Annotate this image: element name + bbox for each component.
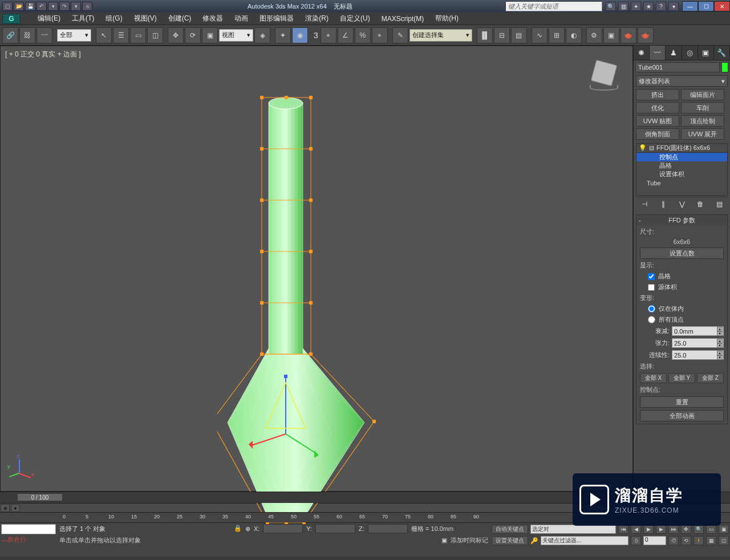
stack-remove-icon[interactable]: 🗑 (695, 200, 705, 209)
stack-pin-icon[interactable]: ⊣ (639, 200, 650, 209)
spinner-tension[interactable]: 25.0▲▼ (672, 338, 724, 348)
menu-grapheditors[interactable]: 图形编辑器 (254, 13, 299, 25)
trackbar-menu-icon[interactable]: ▾ (11, 504, 20, 512)
menu-edit[interactable]: 编辑(E) (32, 13, 66, 25)
auto-key-button[interactable]: 自动关键点 (492, 525, 528, 534)
mod-btn-lathe[interactable]: 车削 (681, 102, 724, 113)
tab-utilities-icon[interactable]: 🔧 (714, 46, 730, 60)
mod-btn-uvwunwrap[interactable]: UVW 展开 (681, 128, 724, 140)
snap-spinner-icon[interactable]: ⌖ (372, 27, 388, 43)
snap-toggle-icon[interactable]: ⌖ (321, 27, 336, 43)
stack-base-tube[interactable]: Tube (636, 178, 727, 187)
coord-z-field[interactable] (368, 524, 408, 533)
nav-pan-icon[interactable]: ✥ (681, 525, 691, 534)
tool-manipulate-icon[interactable]: ✦ (275, 27, 291, 43)
tool-keymode-icon[interactable]: ◉ (292, 27, 308, 43)
check-source-volume[interactable]: 源体积 (640, 283, 724, 291)
tool-render-frame-icon[interactable]: ▣ (603, 27, 619, 43)
modifier-list-combo[interactable]: 修改器列表▾ (636, 75, 728, 87)
reset-button[interactable]: 重置 (640, 396, 724, 408)
nav-region-icon[interactable]: ◫ (719, 536, 729, 545)
infocenter-subscription-icon[interactable]: ▥ (618, 2, 628, 11)
tool-bind-icon[interactable]: 〰 (36, 27, 52, 43)
spinner-continuity[interactable]: 25.0▲▼ (672, 350, 724, 360)
set-key-button[interactable]: 设置关键点 (492, 536, 528, 545)
menu-group[interactable]: 组(G) (100, 13, 128, 25)
selected-obj-combo[interactable]: 选定对 (530, 525, 616, 534)
named-selection-combo[interactable]: 创建选择集▾ (409, 29, 472, 42)
play-icon[interactable]: ▶ (643, 525, 654, 534)
tool-render-setup-icon[interactable]: ⚙ (586, 27, 602, 43)
viewport[interactable]: [ + 0 正交 0 真实 + 边面 ] z x y (0, 46, 633, 492)
current-frame-field[interactable]: 0 (643, 536, 666, 545)
tool-pivot-icon[interactable]: ◈ (254, 27, 270, 43)
qa-open-icon[interactable]: 📂 (14, 2, 24, 11)
mod-btn-vertexpaint[interactable]: 顶点绘制 (681, 115, 724, 127)
tool-schematic-icon[interactable]: ⊞ (549, 27, 565, 43)
select-all-x-button[interactable]: 全部 X (640, 373, 667, 383)
stack-unique-icon[interactable]: ⋁ (677, 200, 687, 209)
tool-mirror-icon[interactable]: ▐▌ (477, 27, 493, 43)
check-lattice[interactable]: 晶格 (640, 272, 724, 281)
tool-select-name-icon[interactable]: ☰ (113, 27, 129, 43)
tool-unlink-icon[interactable]: ⛓ (19, 27, 35, 43)
tool-rotate-icon[interactable]: ⟳ (185, 27, 201, 43)
tool-scale-icon[interactable]: ▣ (202, 27, 218, 43)
qa-undo-icon[interactable]: ↶ (36, 2, 47, 11)
tab-hierarchy-icon[interactable]: ♟ (666, 46, 682, 60)
tool-select-icon[interactable]: ↖ (96, 27, 112, 43)
close-button[interactable]: ✕ (714, 1, 730, 11)
qa-new-icon[interactable]: ▢ (2, 2, 13, 11)
mod-btn-extrude[interactable]: 挤出 (636, 89, 679, 100)
tab-display-icon[interactable]: ▣ (698, 46, 714, 60)
snap-angle-icon[interactable]: ∠ (338, 27, 354, 43)
infocenter-search-icon[interactable]: 🔍 (606, 2, 616, 11)
menu-modifiers[interactable]: 修改器 (197, 13, 229, 25)
tool-render-icon[interactable]: 🫖 (620, 27, 636, 43)
coord-x-field[interactable] (263, 524, 303, 533)
tool-window-cross-icon[interactable]: ◫ (147, 27, 163, 43)
select-all-z-button[interactable]: 全部 Z (697, 373, 724, 383)
nav-fov-icon[interactable]: ▭ (706, 525, 716, 534)
nav-max-toggle-icon[interactable]: ▦ (706, 536, 716, 545)
animate-all-button[interactable]: 全部动画 (640, 410, 724, 421)
menu-rendering[interactable]: 渲染(R) (299, 13, 334, 25)
time-slider-handle[interactable]: 0 / 100 (17, 493, 63, 501)
modifier-stack[interactable]: 💡⊟FFD(圆柱体) 6x6x6 控制点 晶格 设置体积 Tube (636, 143, 728, 196)
nav-zoomall-icon[interactable]: ▣ (719, 525, 729, 534)
tool-layer-icon[interactable]: ▤ (511, 27, 527, 43)
tool-named-sel-edit-icon[interactable]: ✎ (392, 27, 408, 43)
spinner-falloff[interactable]: 0.0mm▲▼ (672, 326, 724, 336)
object-name-field[interactable] (635, 62, 720, 72)
radio-all[interactable]: 所有顶点 (640, 315, 724, 324)
trackbar-key-icon[interactable]: ⊗ (1, 504, 10, 512)
maximize-button[interactable]: ☐ (698, 1, 714, 11)
tool-link-icon[interactable]: 🔗 (2, 27, 18, 43)
snap-percent-icon[interactable]: % (355, 27, 371, 43)
stack-sub-controlpoints[interactable]: 控制点 (636, 153, 727, 161)
qa-link-icon[interactable]: ⎋ (82, 2, 92, 11)
infocenter-drop-icon[interactable]: ▾ (668, 2, 679, 11)
key-mode-icon[interactable]: ⎙ (631, 536, 641, 545)
tool-move-icon[interactable]: ✥ (168, 27, 184, 43)
menu-tools[interactable]: 工具(T) (66, 13, 100, 25)
infocenter-favorites-icon[interactable]: ★ (643, 2, 654, 11)
qa-redo-icon[interactable]: ↷ (59, 2, 70, 11)
goto-start-icon[interactable]: ⏮ (618, 525, 628, 534)
tool-curve-editor-icon[interactable]: ∿ (532, 27, 548, 43)
stack-sub-volume[interactable]: 设置体积 (636, 170, 727, 178)
nav-zoom-icon[interactable]: 🔍 (694, 525, 704, 534)
menu-maxscript[interactable]: MAXScript(M) (376, 14, 430, 24)
prev-frame-icon[interactable]: ◀ (631, 525, 641, 534)
menu-views[interactable]: 视图(V) (128, 13, 163, 25)
viewport-label[interactable]: [ + 0 正交 0 真实 + 边面 ] (5, 50, 81, 59)
tool-align-icon[interactable]: ⊟ (494, 27, 510, 43)
menu-animation[interactable]: 动画 (229, 13, 254, 25)
coord-y-field[interactable] (315, 524, 355, 533)
menu-create[interactable]: 创建(C) (163, 13, 197, 25)
menu-customize[interactable]: 自定义(U) (334, 13, 376, 25)
mod-btn-editpatch[interactable]: 编辑面片 (681, 89, 724, 100)
lock-icon[interactable]: 🔒 (234, 525, 242, 533)
coord-toggle-icon[interactable]: ⊕ (245, 525, 250, 533)
qa-redo-drop-icon[interactable]: ▾ (71, 2, 81, 11)
